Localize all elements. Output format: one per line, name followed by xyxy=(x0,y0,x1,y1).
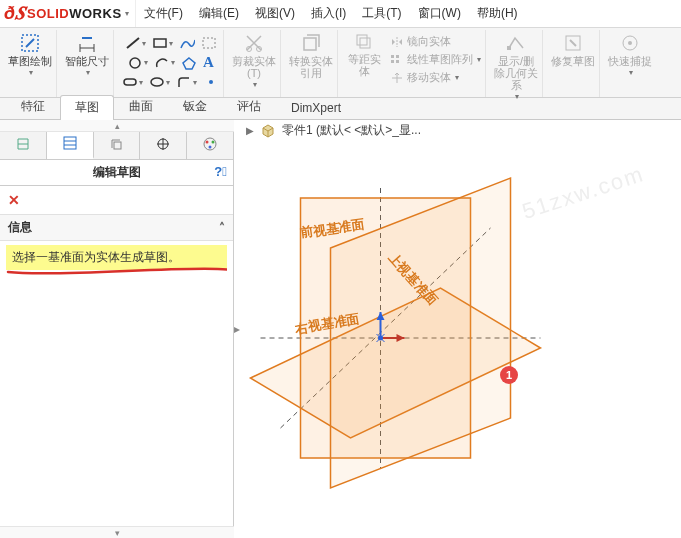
menu-view[interactable]: 视图(V) xyxy=(247,0,303,27)
panel-tab-feature-tree[interactable] xyxy=(0,132,47,159)
repair-sketch-button: 修复草图 xyxy=(551,32,595,67)
chevron-down-icon: ▾ xyxy=(253,80,257,89)
panel-scroll-up[interactable]: ▴ xyxy=(0,120,234,132)
section-header-info[interactable]: 信息 ˄ xyxy=(0,214,233,241)
svg-rect-12 xyxy=(391,55,394,58)
slot-tool-icon[interactable]: ▾ xyxy=(122,75,143,89)
line-tool-icon[interactable]: ▾ xyxy=(125,36,146,50)
dimxpert-tab-icon xyxy=(155,136,171,155)
trim-button: 剪裁实体(T) ▾ xyxy=(232,32,276,89)
svg-rect-14 xyxy=(391,60,394,63)
svg-rect-25 xyxy=(114,142,121,149)
menu-file[interactable]: 文件(F) xyxy=(136,0,191,27)
tab-surface[interactable]: 曲面 xyxy=(114,94,168,119)
panel-tab-appearance[interactable] xyxy=(187,132,233,159)
chevron-down-icon: ▾ xyxy=(515,92,519,101)
ellipse-tool-icon[interactable]: ▾ xyxy=(149,75,170,89)
tab-sheetmetal[interactable]: 钣金 xyxy=(168,94,222,119)
breadcrumb-part-name[interactable]: 零件1 (默认< <默认>_显... xyxy=(282,122,421,139)
show-hide-relations-label: 显示/删除几何关系 xyxy=(494,55,538,91)
feature-tree-icon xyxy=(15,136,31,155)
annotation-underline xyxy=(6,266,227,276)
property-mgr-icon xyxy=(62,135,78,154)
menu-insert[interactable]: 插入(I) xyxy=(303,0,354,27)
menu-edit[interactable]: 编辑(E) xyxy=(191,0,247,27)
convert-entities-label: 转换实体引用 xyxy=(289,55,333,79)
graphics-viewport[interactable]: ▶ 零件1 (默认< <默认>_显... 51zxw.com xyxy=(240,120,681,538)
panel-tab-property-mgr[interactable] xyxy=(47,132,94,159)
svg-point-28 xyxy=(206,141,209,144)
point-tool-icon[interactable] xyxy=(203,75,219,89)
menu-tools[interactable]: 工具(T) xyxy=(354,0,409,27)
close-button[interactable]: ✕ xyxy=(0,186,233,214)
convert-entities-icon xyxy=(300,32,322,54)
move-entities-button: 移动实体▾ xyxy=(390,70,481,85)
svg-rect-24 xyxy=(64,137,76,149)
svg-point-30 xyxy=(209,146,212,149)
badge-number: 1 xyxy=(506,369,512,381)
svg-rect-1 xyxy=(154,39,166,47)
panel-tab-config-mgr[interactable] xyxy=(94,132,141,159)
help-icon[interactable]: ?⃝ xyxy=(214,164,227,179)
spline-tool-icon[interactable] xyxy=(179,36,195,50)
smart-dimension-button[interactable]: 智能尺寸 ▾ xyxy=(65,32,109,77)
fillet-tool-icon[interactable]: ▾ xyxy=(176,75,197,89)
app-menu-chevron-icon[interactable]: ▾ xyxy=(125,9,129,18)
section-header-label: 信息 xyxy=(8,219,32,236)
property-manager-panel: ▴ 编辑草图 ?⃝ ✕ 信息 ˄ 选择一基准面为实体生成草图。 ▾ xyxy=(0,120,234,538)
trim-icon xyxy=(243,32,265,54)
tab-evaluate[interactable]: 评估 xyxy=(222,94,276,119)
arc-tool-icon[interactable]: ▾ xyxy=(154,54,175,71)
quick-snap-button: 快速捕捉 ▾ xyxy=(608,32,652,77)
svg-rect-16 xyxy=(507,46,511,50)
sketch-button[interactable]: 草图绘制 ▾ xyxy=(8,32,52,77)
move-icon xyxy=(390,72,404,84)
mirror-button: 镜向实体 xyxy=(390,34,481,49)
rectangle-tool-icon[interactable]: ▾ xyxy=(152,36,173,50)
offset-label: 等距实体 xyxy=(346,53,382,77)
trim-label: 剪裁实体(T) xyxy=(232,55,276,79)
linear-pattern-label: 线性草图阵列 xyxy=(407,52,473,67)
show-hide-relations-button: 显示/删除几何关系 ▾ xyxy=(494,32,538,101)
linear-pattern-button: 线性草图阵列▾ xyxy=(390,52,481,67)
tab-feature[interactable]: 特征 xyxy=(6,94,60,119)
text-tool-icon[interactable]: A xyxy=(203,54,214,71)
ribbon-tabstrip: 特征 草图 曲面 钣金 评估 DimXpert xyxy=(0,98,681,120)
config-mgr-icon xyxy=(108,136,124,155)
quick-snap-label: 快速捕捉 xyxy=(608,55,652,67)
mirror-label: 镜向实体 xyxy=(407,34,451,49)
svg-rect-10 xyxy=(357,35,367,45)
circle-tool-icon[interactable]: ▾ xyxy=(127,54,148,71)
svg-marker-4 xyxy=(183,58,195,69)
menu-window[interactable]: 窗口(W) xyxy=(410,0,469,27)
polygon-tool-icon[interactable] xyxy=(181,54,197,71)
pattern-icon xyxy=(390,54,404,66)
panel-tab-dimxpert[interactable] xyxy=(140,132,187,159)
tab-sketch[interactable]: 草图 xyxy=(60,95,114,120)
breadcrumb-expand-icon[interactable]: ▶ xyxy=(246,125,254,136)
menubar: ð𝑺 SOLIDWORKS ▾ 文件(F) 编辑(E) 视图(V) 插入(I) … xyxy=(0,0,681,28)
chevron-down-icon: ▾ xyxy=(629,68,633,77)
svg-point-6 xyxy=(151,78,163,86)
reference-planes xyxy=(240,138,681,538)
main-area: ▴ 编辑草图 ?⃝ ✕ 信息 ˄ 选择一基准面为实体生成草图。 ▾ ▸ ▶ xyxy=(0,120,681,538)
quick-snap-icon xyxy=(619,32,641,54)
tab-dimxpert[interactable]: DimXpert xyxy=(276,97,356,119)
svg-rect-13 xyxy=(396,55,399,58)
smart-dimension-label: 智能尺寸 xyxy=(65,55,109,67)
ds-logo-icon: ð𝑺 xyxy=(4,3,25,24)
sketch-icon xyxy=(19,32,41,54)
hint-message: 选择一基准面为实体生成草图。 xyxy=(6,245,227,270)
app-logo: ð𝑺 SOLIDWORKS ▾ xyxy=(0,0,136,27)
hint-text: 选择一基准面为实体生成草图。 xyxy=(12,250,180,264)
relations-icon xyxy=(505,32,527,54)
svg-point-3 xyxy=(130,58,140,68)
collapse-chevron-icon: ˄ xyxy=(219,221,225,235)
menu-help[interactable]: 帮助(H) xyxy=(469,0,526,27)
appearance-icon xyxy=(202,136,218,155)
panel-scroll-down[interactable]: ▾ xyxy=(0,526,234,538)
svg-rect-15 xyxy=(396,60,399,63)
select-box-icon[interactable] xyxy=(201,36,217,50)
part-icon xyxy=(260,123,276,139)
offset-button: 等距实体 xyxy=(346,32,382,85)
